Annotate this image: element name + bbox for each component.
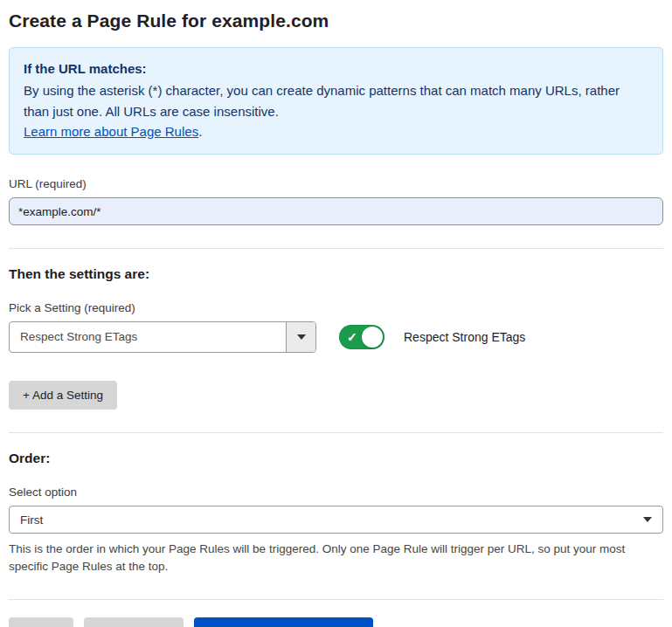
chevron-down-icon <box>297 334 306 340</box>
setting-select-value: Respect Strong ETags <box>10 322 286 352</box>
chevron-down-icon <box>643 517 652 522</box>
toggle-knob <box>362 327 383 348</box>
respect-etags-toggle[interactable]: ✓ <box>339 325 384 349</box>
order-section-heading: Order: <box>9 451 663 466</box>
order-select[interactable]: First <box>9 506 663 534</box>
link-period: . <box>198 124 202 139</box>
setting-select[interactable]: Respect Strong ETags <box>9 321 316 353</box>
pick-setting-label: Pick a Setting (required) <box>9 301 663 314</box>
url-match-info-box: If the URL matches: By using the asteris… <box>9 47 663 155</box>
section-divider <box>9 599 663 600</box>
footer-actions: Cancel Save as Draft Save and Deploy Pag… <box>9 617 663 627</box>
setting-row: Respect Strong ETags ✓ Respect Strong ET… <box>9 321 663 353</box>
save-and-deploy-button[interactable]: Save and Deploy Page Rule <box>194 617 374 627</box>
url-input[interactable] <box>9 197 663 225</box>
section-divider <box>9 248 663 249</box>
info-box-heading: If the URL matches: <box>24 59 648 79</box>
url-field-group: URL (required) <box>9 177 663 225</box>
info-box-link-row: Learn more about Page Rules. <box>24 121 648 141</box>
setting-select-caret-button[interactable] <box>286 322 315 352</box>
save-as-draft-button[interactable]: Save as Draft <box>84 617 184 627</box>
check-icon: ✓ <box>347 330 357 344</box>
url-label: URL (required) <box>9 177 663 190</box>
toggle-label: Respect Strong ETags <box>404 330 525 344</box>
order-select-label: Select option <box>9 486 663 499</box>
section-divider <box>9 432 663 433</box>
create-page-rule-panel: Create a Page Rule for example.com If th… <box>0 0 672 627</box>
order-select-value: First <box>20 513 43 527</box>
learn-more-link[interactable]: Learn more about Page Rules <box>24 124 198 139</box>
cancel-button[interactable]: Cancel <box>9 617 73 627</box>
page-title: Create a Page Rule for example.com <box>9 10 663 31</box>
settings-section-heading: Then the settings are: <box>9 266 663 282</box>
order-help-text: This is the order in which your Page Rul… <box>9 541 663 576</box>
add-setting-button[interactable]: + Add a Setting <box>9 381 117 410</box>
info-box-body: By using the asterisk (*) character, you… <box>24 80 648 121</box>
